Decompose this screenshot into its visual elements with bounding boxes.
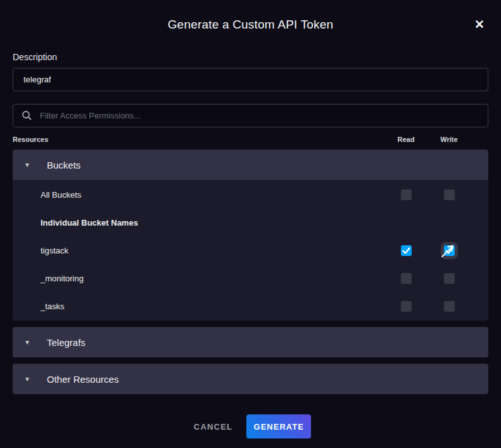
- write-checkbox[interactable]: [444, 273, 455, 284]
- row-label: _monitoring: [13, 274, 384, 283]
- write-checkbox[interactable]: [444, 301, 455, 312]
- section-header-buckets[interactable]: ▾ Buckets: [13, 150, 488, 180]
- caret-down-icon: ▾: [25, 161, 33, 169]
- permissions-table-header: Resources Read Write: [13, 133, 488, 146]
- row-label: All Buckets: [13, 190, 384, 200]
- section-title: Other Resources: [47, 374, 118, 385]
- write-checkbox[interactable]: [444, 189, 455, 200]
- caret-down-icon: ▾: [25, 338, 33, 346]
- permission-subheader-row: Individual Bucket Names: [13, 208, 488, 236]
- cancel-button[interactable]: CANCEL: [190, 416, 236, 438]
- permission-row: _monitoring: [13, 264, 488, 292]
- filter-permissions-input[interactable]: [13, 104, 488, 127]
- dialog-footer: CANCEL GENERATE: [13, 414, 488, 438]
- close-icon[interactable]: ✕: [472, 17, 487, 32]
- read-checkbox[interactable]: [401, 301, 412, 312]
- read-checkbox[interactable]: [401, 245, 412, 256]
- section-body-buckets: All Buckets Individual Bucket Nam: [13, 180, 488, 321]
- read-column-label: Read: [384, 136, 428, 143]
- description-label: Description: [13, 52, 488, 62]
- row-label: _tasks: [13, 302, 384, 311]
- generate-button[interactable]: GENERATE: [246, 414, 311, 438]
- dialog-title: Generate a Custom API Token: [13, 18, 488, 32]
- section-header-telegrafs[interactable]: ▾ Telegrafs: [13, 327, 488, 357]
- filter-field: [13, 104, 488, 127]
- section-title: Buckets: [47, 160, 80, 170]
- permission-row: _tasks: [13, 292, 488, 320]
- permission-row: tigstack: [13, 236, 488, 264]
- write-column-label: Write: [428, 136, 471, 143]
- section-title: Telegrafs: [47, 337, 86, 348]
- generate-api-token-dialog: Generate a Custom API Token ✕ Descriptio…: [0, 0, 501, 448]
- subheader-label: Individual Bucket Names: [13, 218, 488, 227]
- row-label: tigstack: [13, 246, 384, 255]
- description-input[interactable]: [13, 68, 488, 91]
- write-checkbox[interactable]: [444, 245, 455, 256]
- resources-column-label: Resources: [13, 136, 384, 143]
- section-header-other-resources[interactable]: ▾ Other Resources: [13, 364, 488, 394]
- read-checkbox[interactable]: [401, 189, 412, 200]
- permission-row: All Buckets: [13, 181, 488, 208]
- permissions-accordion: ▾ Buckets All Buckets: [13, 150, 488, 394]
- read-checkbox[interactable]: [401, 273, 412, 284]
- caret-down-icon: ▾: [25, 375, 33, 383]
